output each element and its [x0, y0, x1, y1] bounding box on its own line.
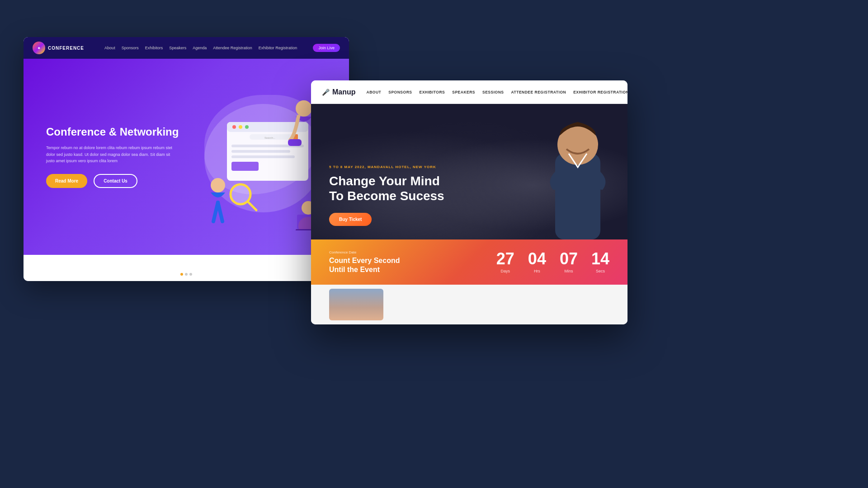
nav1-exhibitor-reg[interactable]: Exhibitor Registration — [259, 46, 297, 50]
days-value: 27 — [496, 251, 514, 267]
logo-text-2: Manup — [332, 88, 356, 96]
hero2-date: 5 TO 8 MAY 2022, MANDAVALL HOTEL, NEW YO… — [329, 165, 609, 169]
hero1-content: Conference & Networking Tempor rebum no … — [46, 126, 326, 188]
hero2-content: 5 TO 8 MAY 2022, MANDAVALL HOTEL, NEW YO… — [329, 165, 609, 226]
countdown-line1: Count Every Second — [329, 256, 496, 265]
nav2-attendee-reg[interactable]: ATTENDEE REGISTRATION — [511, 90, 566, 94]
svg-point-13 — [296, 100, 312, 117]
thumbnail-1 — [329, 289, 383, 320]
scroll-dot-1 — [185, 273, 188, 276]
nav1-attendee-reg[interactable]: Attendee Registration — [213, 46, 252, 50]
logo-1: ✦ CONFERENCE — [33, 42, 84, 54]
nav1-agenda[interactable]: Agenda — [193, 46, 207, 50]
hrs-value: 04 — [528, 251, 546, 267]
nav1-speakers[interactable]: Speakers — [169, 46, 186, 50]
nav2-exhibitors[interactable]: EXHIBITORS — [419, 90, 445, 94]
countdown-main-label: Count Every Second Until the Event — [329, 256, 496, 273]
hero2-title-line2: To Become Sucess — [329, 189, 444, 203]
nav1-about[interactable]: About — [104, 46, 115, 50]
countdown-secs: 14 Secs — [591, 251, 609, 273]
countdown-sublabel: Conference Date — [329, 250, 496, 254]
nav1-links: About Sponsors Exhibitors Speakers Agend… — [97, 46, 305, 50]
window-manup: 🎤 Manup ABOUT SPONSORS EXHIBITORS SPEAKE… — [311, 80, 627, 324]
hrs-label: Hrs — [528, 269, 546, 273]
hero-1: Conference & Networking Tempor rebum no … — [24, 59, 349, 255]
hero1-buttons: Read More Contact Us — [46, 174, 326, 188]
nav2-sessions[interactable]: SESSIONS — [482, 90, 504, 94]
contact-us-button[interactable]: Contact Us — [94, 174, 137, 188]
mins-value: 07 — [560, 251, 578, 267]
mic-icon: 🎤 — [322, 89, 330, 96]
countdown-hrs: 04 Hrs — [528, 251, 546, 273]
join-live-button[interactable]: Join Live — [313, 44, 340, 52]
nav2-about[interactable]: ABOUT — [367, 90, 382, 94]
buy-ticket-button[interactable]: Buy Ticket — [329, 213, 372, 226]
logo-text-1: CONFERENCE — [48, 46, 84, 51]
nav1-sponsors[interactable]: Sponsors — [122, 46, 139, 50]
nav2-links: ABOUT SPONSORS EXHIBITORS SPEAKERS SESSI… — [367, 90, 627, 94]
logo-2: 🎤 Manup — [322, 88, 356, 96]
countdown-label: Conference Date Count Every Second Until… — [329, 250, 496, 273]
scroll-indicator-1 — [180, 273, 192, 276]
countdown-bar: Conference Date Count Every Second Until… — [311, 239, 627, 285]
countdown-line2: Until the Event — [329, 265, 496, 274]
window-conference: ✦ CONFERENCE About Sponsors Exhibitors S… — [24, 37, 349, 281]
countdown-numbers: 27 Days 04 Hrs 07 Mins 14 Secs — [496, 251, 609, 273]
hero2-title-line1: Change Your Mind — [329, 174, 440, 188]
countdown-mins: 07 Mins — [560, 251, 578, 273]
secs-label: Secs — [591, 269, 609, 273]
nav2-exhibitor-reg[interactable]: EXHIBITOR REGISTRATION — [573, 90, 627, 94]
logo-icon-1: ✦ — [33, 42, 45, 54]
mins-label: Mins — [560, 269, 578, 273]
thumbnail-inner-1 — [329, 289, 383, 320]
read-more-button[interactable]: Read More — [46, 174, 87, 188]
secs-value: 14 — [591, 251, 609, 267]
hero1-title: Conference & Networking — [46, 126, 326, 139]
scroll-dot-active — [180, 273, 183, 276]
window2-bottom — [311, 285, 627, 324]
window1-bottom — [24, 255, 349, 281]
svg-line-17 — [218, 202, 222, 221]
countdown-days: 27 Days — [496, 251, 514, 273]
nav2-sponsors[interactable]: SPONSORS — [388, 90, 412, 94]
hero-2: 5 TO 8 MAY 2022, MANDAVALL HOTEL, NEW YO… — [311, 104, 627, 239]
nav2-speakers[interactable]: SPEAKERS — [452, 90, 475, 94]
nav1-exhibitors[interactable]: Exhibitors — [145, 46, 163, 50]
navbar-1: ✦ CONFERENCE About Sponsors Exhibitors S… — [24, 37, 349, 59]
navbar-2: 🎤 Manup ABOUT SPONSORS EXHIBITORS SPEAKE… — [311, 80, 627, 104]
hero1-body: Tempor rebum no at dolore lorem clita re… — [46, 145, 173, 164]
hero2-title: Change Your Mind To Become Sucess — [329, 174, 609, 204]
days-label: Days — [496, 269, 514, 273]
scroll-dot-2 — [189, 273, 192, 276]
